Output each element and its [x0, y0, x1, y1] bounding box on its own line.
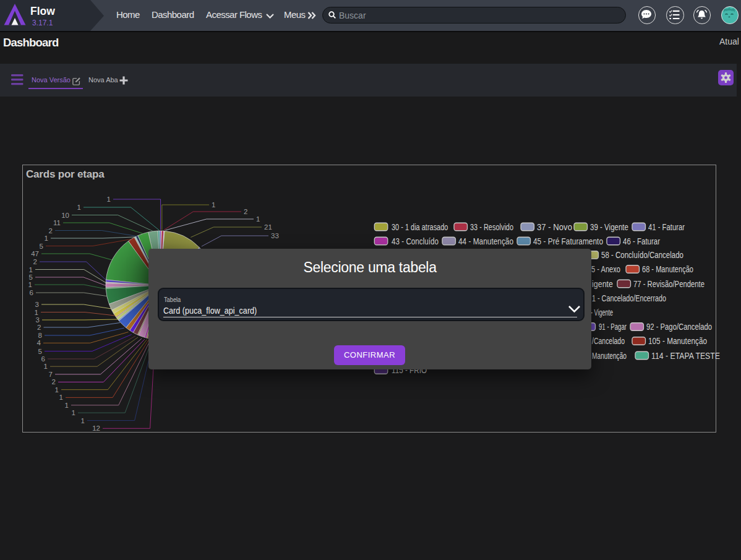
svg-text:45 - Pré Faturamento: 45 - Pré Faturamento: [533, 236, 603, 246]
svg-text:1: 1: [45, 235, 48, 242]
svg-text:11: 11: [53, 219, 61, 226]
svg-text:2: 2: [49, 227, 53, 235]
svg-text:33 - Resolvido: 33 - Resolvido: [470, 222, 513, 232]
svg-text:5: 5: [38, 348, 42, 355]
svg-text:/Cancelado: /Cancelado: [592, 335, 625, 346]
svg-text:41 - Faturar: 41 - Faturar: [648, 222, 685, 232]
svg-text:1: 1: [81, 417, 85, 424]
svg-text:1: 1: [59, 394, 63, 401]
svg-text:1: 1: [44, 363, 48, 370]
svg-text:58 - Concluído/Cancelado: 58 - Concluído/Cancelado: [601, 249, 683, 260]
svg-text:1: 1: [72, 409, 75, 416]
svg-text:3: 3: [35, 301, 39, 308]
svg-text:91 - Pagar: 91 - Pagar: [599, 321, 627, 332]
svg-text:igente: igente: [592, 278, 613, 289]
svg-text:1: 1: [77, 204, 81, 211]
svg-text:1: 1: [35, 309, 38, 316]
svg-text:2: 2: [37, 324, 41, 331]
svg-text:1: 1: [107, 196, 111, 203]
svg-text:68 - Manutenção: 68 - Manutenção: [642, 264, 693, 274]
svg-text:77 - Revisão/Pendente: 77 - Revisão/Pendente: [633, 278, 705, 289]
svg-text:114 - ETAPA TESTE: 114 - ETAPA TESTE: [651, 350, 720, 361]
svg-text:5: 5: [40, 243, 43, 250]
svg-text:1: 1: [256, 215, 260, 223]
svg-text:43 - Concluído: 43 - Concluído: [392, 236, 439, 246]
svg-text:10: 10: [61, 212, 69, 219]
svg-text:1: 1: [212, 201, 215, 209]
svg-text:46 - Faturar: 46 - Faturar: [623, 236, 660, 246]
svg-text:1: 1: [28, 281, 32, 288]
svg-text:- Vigente: - Vigente: [591, 307, 613, 317]
svg-text:33: 33: [271, 232, 279, 239]
svg-text:1 - Cancelado/Encerrado: 1 - Cancelado/Encerrado: [592, 293, 666, 303]
svg-text:44 - Manutenção: 44 - Manutenção: [458, 236, 513, 246]
svg-text:30 - 1 dia atrasado: 30 - 1 dia atrasado: [392, 222, 448, 232]
svg-text:47: 47: [31, 250, 39, 257]
svg-text:Manutenção: Manutenção: [592, 350, 627, 361]
svg-text:2: 2: [244, 208, 247, 215]
svg-text:6: 6: [30, 289, 33, 296]
svg-text:21: 21: [264, 223, 272, 231]
svg-text:1: 1: [29, 266, 33, 274]
svg-text:5 - Anexo: 5 - Anexo: [591, 264, 620, 274]
svg-text:1: 1: [55, 386, 59, 394]
svg-text:3: 3: [36, 316, 40, 324]
svg-text:37 - Novo: 37 - Novo: [537, 222, 572, 232]
svg-text:8: 8: [38, 332, 42, 339]
svg-text:2: 2: [33, 258, 37, 265]
svg-text:7: 7: [49, 371, 53, 378]
svg-text:2: 2: [52, 378, 56, 386]
svg-text:92 - Pago/Cancelado: 92 - Pago/Cancelado: [646, 321, 712, 332]
svg-text:12: 12: [92, 424, 100, 432]
svg-text:6: 6: [41, 355, 45, 363]
svg-text:105 - Manutenção: 105 - Manutenção: [648, 335, 707, 346]
svg-text:39 - Vigente: 39 - Vigente: [590, 222, 628, 232]
svg-text:5: 5: [29, 274, 33, 281]
svg-text:1: 1: [65, 402, 69, 409]
svg-text:4: 4: [37, 339, 41, 347]
